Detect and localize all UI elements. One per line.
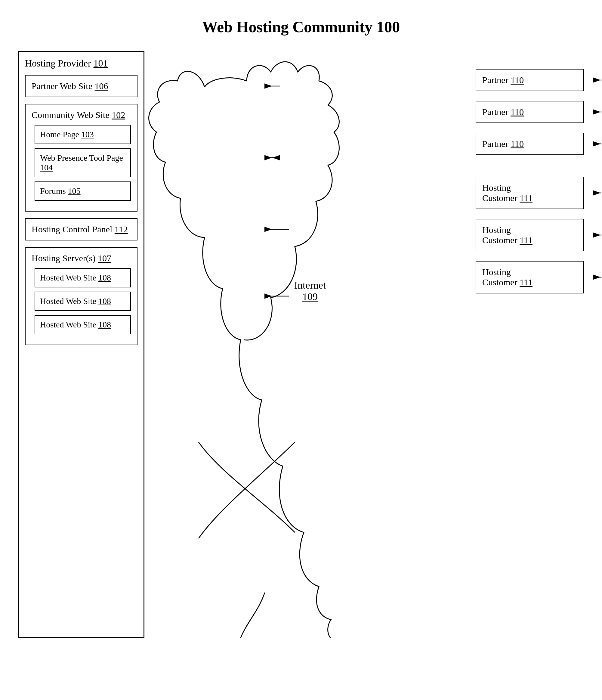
hosting-provider-label: Hosting Provider 101 <box>25 58 108 69</box>
internet-area: Internet 109 <box>144 51 476 638</box>
community-web-site-label: Community Web Site 102 <box>32 110 131 120</box>
web-presence-tool-box: Web Presence Tool Page 104 <box>34 148 131 177</box>
page-title: Web Hosting Community 100 <box>18 18 584 36</box>
arrows-overlay <box>144 51 602 638</box>
forums-box: Forums 105 <box>34 181 131 201</box>
hosting-servers-box: Hosting Server(s) 107 Hosted Web Site 10… <box>25 247 137 345</box>
hosting-provider-container: Hosting Provider 101 Partner Web Site 10… <box>18 51 144 638</box>
home-page-box: Home Page 103 <box>34 125 131 144</box>
hosted-web-site-box-2: Hosted Web Site 108 <box>34 292 131 311</box>
hosting-servers-label: Hosting Server(s) 107 <box>32 253 131 263</box>
hosted-web-site-box-1: Hosted Web Site 108 <box>34 268 131 288</box>
hosting-control-panel-box: Hosting Control Panel 112 <box>25 218 137 241</box>
hosted-web-site-box-3: Hosted Web Site 108 <box>34 315 131 334</box>
community-web-site-box: Community Web Site 102 Home Page 103 Web… <box>25 104 137 211</box>
partner-web-site-box: Partner Web Site 106 <box>25 75 137 97</box>
